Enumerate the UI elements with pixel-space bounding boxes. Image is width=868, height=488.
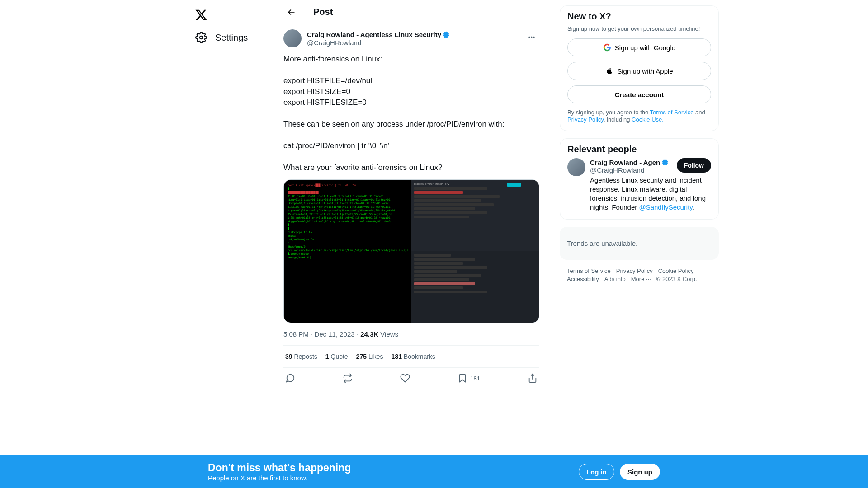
svg-point-1 (528, 37, 530, 38)
signup-subtitle: Sign up now to get your own personalized… (567, 25, 711, 32)
nav-settings[interactable]: Settings (190, 26, 276, 49)
footer-privacy[interactable]: Privacy Policy (616, 267, 653, 275)
footer-cookie[interactable]: Cookie Policy (658, 267, 694, 275)
bookmark-button[interactable]: 181 (458, 373, 480, 383)
bookmark-icon (458, 373, 467, 383)
reply-icon (285, 373, 295, 383)
likes-stat[interactable]: 275 Likes (356, 353, 383, 360)
follow-button[interactable]: Follow (677, 158, 711, 173)
tos-link[interactable]: Terms of Service (650, 109, 694, 116)
more-icon (528, 33, 536, 41)
repost-icon (343, 373, 353, 383)
person-name[interactable]: Craig Rowland - Agen (590, 158, 669, 166)
heart-icon (400, 373, 410, 383)
relevant-people-card: Relevant people Craig Rowland - Agen @Cr… (560, 138, 719, 220)
like-button[interactable] (400, 373, 410, 383)
person-handle[interactable]: @CraigHRowland (590, 166, 669, 174)
footer-ads[interactable]: Ads info (604, 275, 626, 283)
signup-google-button[interactable]: Sign up with Google (567, 38, 711, 56)
footer-copyright: © 2023 X Corp. (656, 275, 697, 283)
arrow-left-icon (287, 8, 296, 17)
post-stats: 39 Reposts 1 Quote 275 Likes 181 Bookmar… (283, 346, 539, 367)
svg-point-0 (200, 36, 203, 39)
cookie-link[interactable]: Cookie Use. (632, 116, 664, 123)
signup-title: New to X? (567, 11, 711, 22)
svg-point-3 (533, 37, 535, 38)
banner-title: Don't miss what's happening (208, 462, 351, 474)
terminal-screenshot: root # cat /proc/███/environ | tr '\0' '… (284, 180, 411, 323)
bio-mention-link[interactable]: @SandflySecurity (639, 203, 692, 211)
share-icon (528, 373, 538, 383)
editor-screenshot: process_environ_history_env (411, 180, 539, 323)
bookmarks-stat[interactable]: 181 Bookmarks (392, 353, 435, 360)
footer-links: Terms of Service Privacy Policy Cookie P… (560, 267, 719, 283)
footer-more[interactable]: More ··· (631, 275, 651, 283)
person-avatar[interactable] (567, 158, 585, 176)
reply-button[interactable] (285, 373, 295, 383)
signup-banner: Don't miss what's happening People on X … (0, 455, 868, 488)
footer-accessibility[interactable]: Accessibility (567, 275, 599, 283)
person-bio: Agentless Linux security and incident re… (590, 176, 711, 212)
banner-subtitle: People on X are the first to know. (208, 474, 351, 482)
privacy-link[interactable]: Privacy Policy (567, 116, 604, 123)
banner-signup-button[interactable]: Sign up (620, 464, 660, 480)
page-title: Post (313, 7, 333, 17)
x-logo[interactable] (190, 4, 212, 26)
nav-settings-label: Settings (215, 33, 248, 43)
svg-point-2 (531, 37, 533, 38)
post-more-button[interactable] (524, 29, 539, 45)
reposts-stat[interactable]: 39 Reposts (285, 353, 317, 360)
create-account-button[interactable]: Create account (567, 85, 711, 103)
banner-login-button[interactable]: Log in (579, 464, 614, 480)
post-image[interactable]: root # cat /proc/███/environ | tr '\0' '… (283, 179, 539, 323)
google-icon (603, 43, 611, 52)
x-logo-icon (195, 9, 208, 21)
author-handle[interactable]: @CraigHRowland (307, 39, 450, 47)
post-timestamp[interactable]: 5:08 PM · Dec 11, 2023 · 24.3K Views (283, 330, 539, 338)
signup-legal: By signing up, you agree to the Terms of… (567, 109, 711, 123)
author-avatar[interactable] (283, 29, 302, 47)
apple-icon (605, 67, 613, 75)
post-body: More anti-forensics on Linux: export HIS… (283, 54, 539, 173)
page-header: Post (276, 0, 547, 24)
repost-button[interactable] (343, 373, 353, 383)
share-button[interactable] (528, 373, 538, 383)
signup-apple-button[interactable]: Sign up with Apple (567, 62, 711, 80)
trends-card: Trends are unavailable. (560, 227, 719, 260)
signup-card: New to X? Sign up now to get your own pe… (560, 5, 719, 131)
verified-icon (661, 158, 669, 166)
relevant-title: Relevant people (567, 144, 711, 155)
gear-icon (195, 32, 207, 43)
quotes-stat[interactable]: 1 Quote (326, 353, 348, 360)
back-button[interactable] (283, 5, 299, 20)
author-name[interactable]: Craig Rowland - Agentless Linux Security (307, 31, 450, 39)
footer-tos[interactable]: Terms of Service (567, 267, 611, 275)
verified-icon (442, 31, 450, 39)
